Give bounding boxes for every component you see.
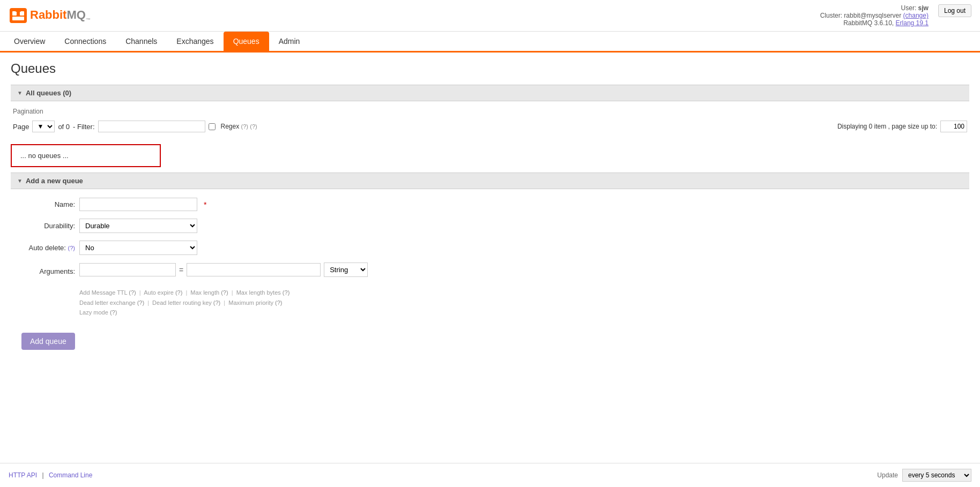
durability-row: Durability: Durable Transient bbox=[21, 219, 959, 233]
durability-select[interactable]: Durable Transient bbox=[79, 219, 197, 233]
regex-label-text: Regex bbox=[221, 123, 240, 130]
svg-rect-3 bbox=[12, 17, 24, 20]
logo: RabbitMQ™ bbox=[9, 6, 91, 25]
add-queue-btn-wrap: Add queue bbox=[21, 327, 959, 350]
pagination-label: Pagination bbox=[13, 108, 967, 115]
logout-button[interactable]: Log out bbox=[938, 4, 971, 17]
hint-dead-letter-exchange[interactable]: Dead letter exchange bbox=[79, 299, 136, 306]
regex-checkbox[interactable] bbox=[209, 123, 216, 130]
durability-label: Durability: bbox=[21, 222, 75, 230]
required-star: * bbox=[204, 200, 206, 209]
nav-item-queues[interactable]: Queues bbox=[224, 32, 269, 53]
filter-label: - Filter: bbox=[73, 123, 94, 131]
no-queues-box: ... no queues ... bbox=[11, 144, 161, 167]
add-queue-label: Add a new queue bbox=[26, 177, 83, 185]
regex-help1: (?) bbox=[241, 123, 248, 130]
page-label: Page bbox=[13, 123, 29, 131]
nav-item-overview[interactable]: Overview bbox=[4, 32, 55, 53]
add-queue-button[interactable]: Add queue bbox=[21, 333, 75, 350]
cluster-value: rabbit@mysqlserver bbox=[844, 12, 901, 19]
nav-item-exchanges[interactable]: Exchanges bbox=[167, 32, 223, 53]
name-label: Name: bbox=[21, 200, 75, 208]
args-hints: Add Message TTL (?) | Auto expire (?) | … bbox=[79, 288, 959, 318]
svg-rect-0 bbox=[10, 8, 27, 23]
args-key-input[interactable] bbox=[79, 263, 176, 276]
args-value-input[interactable] bbox=[187, 263, 321, 276]
pagination-controls: Page ▼ of 0 - Filter: Regex (?) (?) Disp… bbox=[13, 121, 967, 132]
hints-add: Add bbox=[79, 289, 90, 296]
content: Queues ▼ All queues (0) Pagination Page … bbox=[0, 53, 980, 367]
cluster-label: Cluster: bbox=[820, 12, 842, 19]
svg-rect-2 bbox=[20, 11, 24, 16]
auto-delete-help[interactable]: (?) bbox=[68, 245, 75, 251]
regex-help2: (?) bbox=[250, 123, 257, 130]
all-queues-section-header[interactable]: ▼ All queues (0) bbox=[11, 85, 969, 101]
svg-rect-5 bbox=[19, 9, 21, 12]
user-info: User: sjw Cluster: rabbit@mysqlserver (c… bbox=[820, 4, 929, 27]
name-row: Name: * bbox=[21, 198, 959, 211]
args-type-select[interactable]: String Number Boolean bbox=[324, 263, 368, 277]
hint-max-length-bytes[interactable]: Max length bytes bbox=[236, 289, 281, 296]
arguments-row: Arguments: = String Number Boolean bbox=[21, 263, 959, 280]
display-info: Displaying 0 item , page size up to: bbox=[837, 121, 967, 132]
filter-input[interactable] bbox=[98, 121, 205, 132]
arguments-label: Arguments: bbox=[21, 267, 75, 275]
hint-message-ttl[interactable]: Message TTL bbox=[92, 289, 128, 296]
svg-rect-1 bbox=[12, 11, 17, 16]
pagination-area: Pagination Page ▼ of 0 - Filter: Regex (… bbox=[11, 101, 969, 139]
page-size-input[interactable] bbox=[940, 121, 967, 132]
of-label: of 0 bbox=[58, 123, 70, 131]
cluster-line: Cluster: rabbit@mysqlserver (change) bbox=[820, 12, 929, 19]
collapse-icon: ▼ bbox=[17, 90, 23, 96]
user-label: User: bbox=[901, 4, 917, 12]
nav-item-admin[interactable]: Admin bbox=[269, 32, 310, 53]
collapse-icon-2: ▼ bbox=[17, 178, 23, 184]
nav: Overview Connections Channels Exchanges … bbox=[0, 32, 980, 53]
add-queue-section: ▼ Add a new queue Name: * Durability: Du… bbox=[11, 173, 969, 358]
add-queue-form: Name: * Durability: Durable Transient Au… bbox=[11, 189, 969, 358]
displaying-text: Displaying 0 item , page size up to: bbox=[837, 123, 937, 130]
rabbitmq-version: RabbitMQ 3.6.10, bbox=[843, 19, 894, 27]
page-title: Queues bbox=[11, 61, 969, 76]
logo-mq: MQ™ bbox=[66, 8, 90, 21]
user-line: User: sjw bbox=[820, 4, 929, 12]
no-queues-text: ... no queues ... bbox=[20, 152, 69, 160]
logo-rabbit: Rabbit bbox=[30, 8, 66, 21]
logo-label: RabbitMQ™ bbox=[30, 8, 91, 23]
erlang-link[interactable]: Erlang 19.1 bbox=[896, 19, 929, 27]
page-select[interactable]: ▼ bbox=[32, 121, 55, 132]
header-right: User: sjw Cluster: rabbit@mysqlserver (c… bbox=[820, 4, 971, 27]
all-queues-label: All queues (0) bbox=[26, 89, 71, 97]
regex-label: Regex (?) (?) bbox=[221, 123, 257, 130]
hint-maximum-priority[interactable]: Maximum priority bbox=[228, 299, 273, 306]
nav-item-connections[interactable]: Connections bbox=[55, 32, 116, 53]
version-line: RabbitMQ 3.6.10, Erlang 19.1 bbox=[820, 19, 929, 27]
add-queue-section-header[interactable]: ▼ Add a new queue bbox=[11, 173, 969, 189]
cluster-change-link[interactable]: (change) bbox=[903, 12, 929, 19]
hint-max-length[interactable]: Max length bbox=[190, 289, 219, 296]
auto-delete-row: Auto delete: (?) No Yes bbox=[21, 241, 959, 255]
auto-delete-select[interactable]: No Yes bbox=[79, 241, 197, 255]
hint-lazy-mode[interactable]: Lazy mode bbox=[79, 309, 108, 316]
user-name: sjw bbox=[918, 4, 929, 12]
auto-delete-label: Auto delete: (?) bbox=[21, 244, 75, 252]
rabbitmq-logo-icon bbox=[9, 6, 28, 25]
svg-rect-4 bbox=[16, 9, 18, 12]
name-input[interactable] bbox=[79, 198, 197, 211]
nav-item-channels[interactable]: Channels bbox=[116, 32, 167, 53]
header: RabbitMQ™ User: sjw Cluster: rabbit@mysq… bbox=[0, 0, 980, 32]
args-equals: = bbox=[179, 266, 183, 274]
args-inputs: = String Number Boolean bbox=[79, 263, 368, 277]
hint-auto-expire[interactable]: Auto expire bbox=[144, 289, 174, 296]
hint-dead-letter-routing-key[interactable]: Dead letter routing key bbox=[152, 299, 212, 306]
